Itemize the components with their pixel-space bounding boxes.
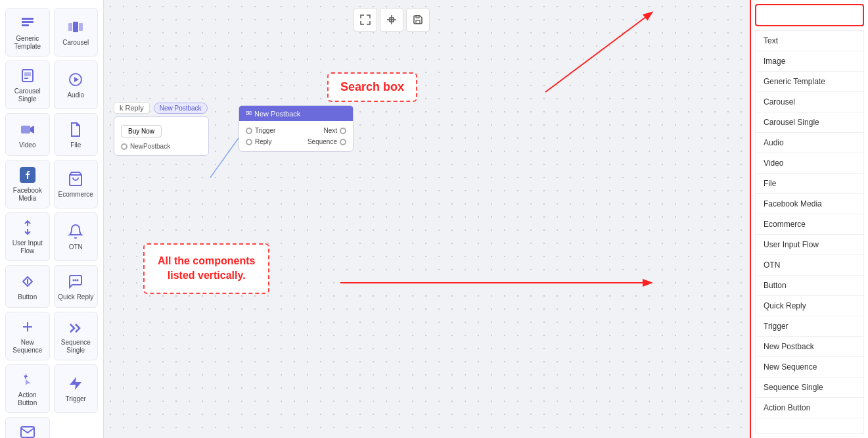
sidebar-label-file: File <box>70 141 81 149</box>
video-icon <box>18 120 37 139</box>
fit-button[interactable] <box>354 8 377 32</box>
reply-label: Reply <box>255 138 272 145</box>
sidebar-item-new-sequence[interactable]: New Sequence <box>5 312 50 360</box>
svg-marker-24 <box>70 377 81 390</box>
sidebar-item-button[interactable]: Button <box>5 265 50 308</box>
sidebar-item-quick-reply[interactable]: Quick Reply <box>54 265 99 308</box>
panel-item-new-sequence[interactable]: New Sequence <box>756 357 863 377</box>
panel-item-ecommerce[interactable]: Ecommerce <box>756 214 863 235</box>
sequence-port-right <box>340 139 346 145</box>
sidebar-item-otn[interactable]: OTN <box>54 212 99 261</box>
reply-port-left <box>246 139 252 145</box>
sidebar-label-button: Button <box>18 293 37 301</box>
svg-rect-4 <box>73 22 78 32</box>
panel-list: Text Image Generic Template Carousel Car… <box>755 30 864 434</box>
sidebar-label-otn: OTN <box>69 243 83 251</box>
sidebar-label-quick-reply: Quick Reply <box>58 293 93 301</box>
svg-marker-12 <box>30 126 34 134</box>
panel-item-audio[interactable]: Audio <box>756 133 863 153</box>
panel-item-carousel-single[interactable]: Carousel Single <box>756 112 863 133</box>
panel-item-user-input-flow[interactable]: User Input Flow <box>756 235 863 255</box>
sidebar-label-video: Video <box>19 141 35 149</box>
sidebar-label-new-sequence: New Sequence <box>9 339 47 354</box>
panel-item-video[interactable]: Video <box>756 153 863 174</box>
sidebar-item-ecommerce[interactable]: Ecommerce <box>54 160 99 208</box>
sidebar: Generic Template Carousel Carousel Singl… <box>0 0 104 438</box>
sidebar-item-file[interactable]: File <box>54 113 99 156</box>
search-input-wrap[interactable] <box>755 4 864 26</box>
panel-item-quick-reply[interactable]: Quick Reply <box>756 296 863 316</box>
panel-item-carousel[interactable]: Carousel <box>756 92 863 112</box>
node-quick-reply[interactable]: Buy Now NewPostback <box>114 116 209 156</box>
generic-template-icon <box>18 14 37 32</box>
node-body-new-postback: Trigger Next Reply Sequence <box>239 121 353 151</box>
button-icon <box>18 272 37 291</box>
sidebar-item-audio[interactable]: Audio <box>54 61 99 109</box>
new-postback-port-label: NewPostback <box>130 143 170 150</box>
sidebar-label-action-button: Action Button <box>9 391 47 407</box>
canvas[interactable]: k Reply New Postback Buy Now NewPostback… <box>104 0 750 438</box>
sidebar-label-generic-template: Generic Template <box>9 35 47 51</box>
panel-item-generic-template[interactable]: Generic Template <box>756 72 863 92</box>
panel-item-trigger[interactable]: Trigger <box>756 316 863 337</box>
new-sequence-icon <box>18 318 37 336</box>
trigger-port-left <box>246 128 252 134</box>
sidebar-item-video[interactable]: Video <box>5 113 50 156</box>
facebook-media-icon <box>18 166 37 184</box>
panel-item-text[interactable]: Text <box>756 31 863 51</box>
trigger-label: Trigger <box>255 127 275 134</box>
panel-item-action-button[interactable]: Action Button <box>756 398 863 418</box>
file-icon <box>66 120 85 139</box>
svg-point-20 <box>75 279 77 281</box>
panel-item-sequence-single[interactable]: Sequence Single <box>756 377 863 398</box>
sidebar-item-trigger[interactable]: Trigger <box>54 364 99 413</box>
svg-rect-8 <box>24 78 28 79</box>
next-label: Next <box>323 127 337 134</box>
action-button-icon <box>18 370 37 389</box>
quick-reply-tag: k Reply <box>114 102 150 114</box>
panel-item-facebook-media[interactable]: Facebook Media <box>756 194 863 214</box>
save-button[interactable] <box>406 8 430 32</box>
sidebar-item-facebook-media[interactable]: Facebook Media <box>5 160 50 208</box>
right-panel: Text Image Generic Template Carousel Car… <box>750 0 868 438</box>
svg-rect-5 <box>79 23 83 31</box>
ecommerce-icon <box>66 170 85 188</box>
svg-line-31 <box>545 14 649 92</box>
user-input-flow-icon <box>18 218 37 237</box>
audio-icon <box>66 70 85 89</box>
carousel-single-icon <box>18 66 37 85</box>
panel-item-file[interactable]: File <box>756 174 863 194</box>
node-row-trigger-next: Trigger Next <box>246 125 346 136</box>
sidebar-item-carousel[interactable]: Carousel <box>54 8 99 57</box>
svg-rect-0 <box>22 18 34 20</box>
node-title-new-postback: New Postback <box>254 110 300 118</box>
carousel-icon <box>66 18 85 36</box>
callout-search-box: Search box <box>327 72 417 102</box>
buy-now-button[interactable]: Buy Now <box>121 125 162 137</box>
sidebar-label-carousel: Carousel <box>62 39 89 47</box>
node-row-reply-sequence: Reply Sequence <box>246 136 346 147</box>
svg-rect-3 <box>68 23 72 31</box>
sidebar-grid: Generic Template Carousel Carousel Singl… <box>3 5 101 438</box>
sidebar-item-new-postback[interactable]: New Postback <box>5 417 50 438</box>
sidebar-item-user-input-flow[interactable]: User Input Flow <box>5 212 50 261</box>
panel-item-new-postback[interactable]: New Postback <box>756 337 863 357</box>
node-new-postback[interactable]: ✉ New Postback Trigger Next Reply <box>239 105 354 152</box>
sidebar-item-carousel-single[interactable]: Carousel Single <box>5 61 50 109</box>
callout-list-line1: All the components <box>158 255 255 266</box>
center-button[interactable] <box>380 8 403 32</box>
panel-item-otn[interactable]: OTN <box>756 255 863 276</box>
sidebar-item-sequence-single[interactable]: Sequence Single <box>54 312 99 360</box>
search-input[interactable] <box>762 11 857 20</box>
sidebar-label-ecommerce: Ecommerce <box>58 191 93 199</box>
sidebar-item-generic-template[interactable]: Generic Template <box>5 8 50 57</box>
quick-reply-node-area: k Reply New Postback Buy Now NewPostback <box>114 102 208 116</box>
canvas-arrows <box>104 0 750 438</box>
sequence-single-icon <box>66 318 85 336</box>
sidebar-label-audio: Audio <box>67 91 84 99</box>
panel-item-image[interactable]: Image <box>756 51 863 72</box>
panel-item-button[interactable]: Button <box>756 276 863 296</box>
sidebar-label-trigger: Trigger <box>66 395 86 403</box>
sidebar-item-action-button[interactable]: Action Button <box>5 364 50 413</box>
svg-rect-29 <box>416 16 419 18</box>
